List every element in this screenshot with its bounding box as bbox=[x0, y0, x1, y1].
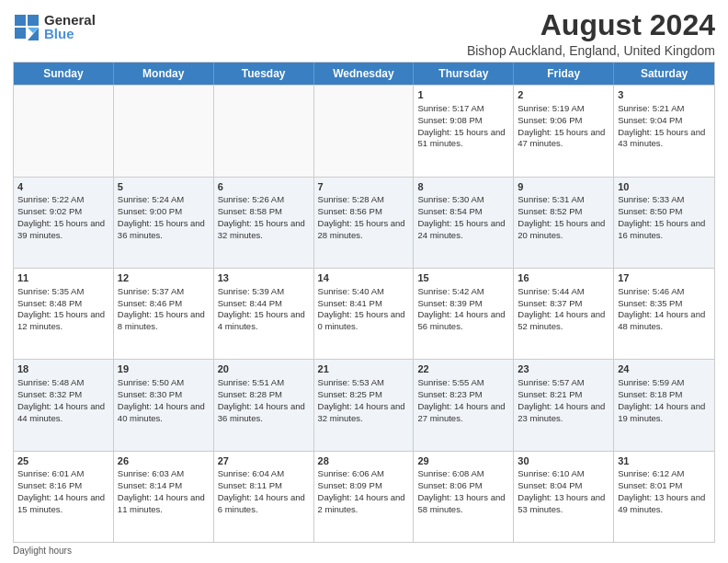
header-cell-tuesday: Tuesday bbox=[214, 63, 314, 85]
title-block: August 2024 Bishop Auckland, England, Un… bbox=[467, 9, 715, 58]
day-number: 9 bbox=[518, 180, 609, 194]
sunrise-text: Sunrise: 6:03 AM bbox=[118, 468, 210, 480]
daylight-text: Daylight: 15 hours and 39 minutes. bbox=[17, 218, 109, 242]
daylight-text: Daylight: 14 hours and 11 minutes. bbox=[118, 492, 210, 516]
day-cell-29: 29Sunrise: 6:08 AMSunset: 8:06 PMDayligh… bbox=[414, 452, 514, 542]
daylight-text: Daylight: 15 hours and 12 minutes. bbox=[17, 309, 109, 333]
sunset-text: Sunset: 8:23 PM bbox=[417, 389, 509, 401]
subtitle: Bishop Auckland, England, United Kingdom bbox=[467, 43, 715, 58]
day-cell-20: 20Sunrise: 5:51 AMSunset: 8:28 PMDayligh… bbox=[214, 360, 314, 450]
sunrise-text: Sunrise: 5:53 AM bbox=[318, 377, 410, 389]
day-number: 2 bbox=[518, 88, 609, 102]
logo-text: General Blue bbox=[44, 13, 96, 40]
daylight-text: Daylight: 15 hours and 16 minutes. bbox=[618, 218, 711, 242]
daylight-text: Daylight: 15 hours and 32 minutes. bbox=[218, 218, 310, 242]
day-cell-18: 18Sunrise: 5:48 AMSunset: 8:32 PMDayligh… bbox=[14, 360, 114, 450]
sunrise-text: Sunrise: 5:37 AM bbox=[118, 286, 210, 298]
day-cell-4: 4Sunrise: 5:22 AMSunset: 9:02 PMDaylight… bbox=[14, 178, 114, 268]
sunset-text: Sunset: 8:35 PM bbox=[618, 298, 711, 310]
day-cell-21: 21Sunrise: 5:53 AMSunset: 8:25 PMDayligh… bbox=[314, 360, 415, 450]
daylight-text: Daylight: 15 hours and 4 minutes. bbox=[218, 309, 310, 333]
day-number: 17 bbox=[618, 271, 711, 285]
sunrise-text: Sunrise: 5:21 AM bbox=[618, 103, 711, 115]
sunrise-text: Sunrise: 6:04 AM bbox=[218, 468, 310, 480]
daylight-text: Daylight: 15 hours and 36 minutes. bbox=[118, 218, 210, 242]
day-cell-19: 19Sunrise: 5:50 AMSunset: 8:30 PMDayligh… bbox=[114, 360, 214, 450]
day-number: 15 bbox=[417, 271, 509, 285]
day-cell-7: 7Sunrise: 5:28 AMSunset: 8:56 PMDaylight… bbox=[314, 178, 415, 268]
day-cell-31: 31Sunrise: 6:12 AMSunset: 8:01 PMDayligh… bbox=[614, 452, 714, 542]
daylight-text: Daylight: 14 hours and 19 minutes. bbox=[618, 401, 711, 425]
daylight-text: Daylight: 14 hours and 56 minutes. bbox=[417, 309, 509, 333]
day-cell-30: 30Sunrise: 6:10 AMSunset: 8:04 PMDayligh… bbox=[514, 452, 614, 542]
day-number: 5 bbox=[118, 180, 210, 194]
sunset-text: Sunset: 8:30 PM bbox=[118, 389, 210, 401]
day-cell-9: 9Sunrise: 5:31 AMSunset: 8:52 PMDaylight… bbox=[514, 178, 614, 268]
sunset-text: Sunset: 9:02 PM bbox=[17, 206, 109, 218]
sunrise-text: Sunrise: 5:42 AM bbox=[417, 286, 509, 298]
daylight-text: Daylight: 14 hours and 44 minutes. bbox=[17, 401, 109, 425]
main-title: August 2024 bbox=[467, 9, 715, 41]
sunrise-text: Sunrise: 6:08 AM bbox=[417, 468, 509, 480]
day-cell-10: 10Sunrise: 5:33 AMSunset: 8:50 PMDayligh… bbox=[614, 178, 714, 268]
sunset-text: Sunset: 8:56 PM bbox=[318, 206, 410, 218]
sunset-text: Sunset: 8:44 PM bbox=[218, 298, 310, 310]
day-number: 3 bbox=[618, 88, 711, 102]
empty-cell bbox=[114, 86, 214, 176]
sunset-text: Sunset: 8:21 PM bbox=[518, 389, 609, 401]
day-cell-13: 13Sunrise: 5:39 AMSunset: 8:44 PMDayligh… bbox=[214, 269, 314, 359]
daylight-text: Daylight: 14 hours and 40 minutes. bbox=[118, 401, 210, 425]
svg-rect-2 bbox=[15, 28, 26, 39]
sunset-text: Sunset: 8:41 PM bbox=[318, 298, 410, 310]
day-number: 18 bbox=[17, 362, 109, 376]
day-cell-6: 6Sunrise: 5:26 AMSunset: 8:58 PMDaylight… bbox=[214, 178, 314, 268]
sunset-text: Sunset: 9:04 PM bbox=[618, 115, 711, 127]
daylight-text: Daylight: 15 hours and 51 minutes. bbox=[417, 127, 509, 151]
sunrise-text: Sunrise: 5:33 AM bbox=[618, 194, 711, 206]
daylight-text: Daylight: 14 hours and 23 minutes. bbox=[518, 401, 609, 425]
day-cell-16: 16Sunrise: 5:44 AMSunset: 8:37 PMDayligh… bbox=[514, 269, 614, 359]
sunrise-text: Sunrise: 5:17 AM bbox=[417, 103, 509, 115]
sunset-text: Sunset: 8:54 PM bbox=[417, 206, 509, 218]
sunset-text: Sunset: 8:52 PM bbox=[518, 206, 609, 218]
sunset-text: Sunset: 8:04 PM bbox=[518, 480, 609, 492]
logo: General Blue bbox=[13, 13, 96, 40]
sunrise-text: Sunrise: 5:19 AM bbox=[518, 103, 609, 115]
sunset-text: Sunset: 8:39 PM bbox=[417, 298, 509, 310]
calendar-body: 1Sunrise: 5:17 AMSunset: 9:08 PMDaylight… bbox=[14, 85, 714, 542]
daylight-text: Daylight: 15 hours and 28 minutes. bbox=[318, 218, 410, 242]
day-number: 27 bbox=[218, 454, 310, 468]
day-cell-22: 22Sunrise: 5:55 AMSunset: 8:23 PMDayligh… bbox=[414, 360, 514, 450]
sunset-text: Sunset: 8:48 PM bbox=[17, 298, 109, 310]
daylight-text: Daylight: 15 hours and 20 minutes. bbox=[518, 218, 609, 242]
sunset-text: Sunset: 9:08 PM bbox=[417, 115, 509, 127]
calendar-row: 4Sunrise: 5:22 AMSunset: 9:02 PMDaylight… bbox=[14, 177, 714, 268]
day-number: 20 bbox=[218, 362, 310, 376]
day-number: 28 bbox=[318, 454, 410, 468]
sunset-text: Sunset: 8:01 PM bbox=[618, 480, 711, 492]
daylight-text: Daylight: 14 hours and 6 minutes. bbox=[218, 492, 310, 516]
calendar-row: 1Sunrise: 5:17 AMSunset: 9:08 PMDaylight… bbox=[14, 85, 714, 176]
daylight-text: Daylight: 14 hours and 2 minutes. bbox=[318, 492, 410, 516]
daylight-text: Daylight: 13 hours and 53 minutes. bbox=[518, 492, 609, 516]
sunset-text: Sunset: 9:06 PM bbox=[518, 115, 609, 127]
daylight-hours-label: Daylight hours bbox=[13, 546, 72, 556]
daylight-text: Daylight: 13 hours and 58 minutes. bbox=[417, 492, 509, 516]
day-number: 1 bbox=[417, 88, 509, 102]
sunset-text: Sunset: 8:50 PM bbox=[618, 206, 711, 218]
empty-cell bbox=[14, 86, 114, 176]
header-cell-monday: Monday bbox=[114, 63, 214, 85]
day-cell-14: 14Sunrise: 5:40 AMSunset: 8:41 PMDayligh… bbox=[314, 269, 415, 359]
logo-general: General bbox=[44, 13, 96, 27]
header-cell-thursday: Thursday bbox=[414, 63, 514, 85]
day-number: 8 bbox=[417, 180, 509, 194]
sunset-text: Sunset: 8:28 PM bbox=[218, 389, 310, 401]
daylight-text: Daylight: 14 hours and 48 minutes. bbox=[618, 309, 711, 333]
day-number: 26 bbox=[118, 454, 210, 468]
day-number: 4 bbox=[17, 180, 109, 194]
daylight-text: Daylight: 14 hours and 15 minutes. bbox=[17, 492, 109, 516]
sunrise-text: Sunrise: 5:44 AM bbox=[518, 286, 609, 298]
day-number: 19 bbox=[118, 362, 210, 376]
daylight-text: Daylight: 14 hours and 27 minutes. bbox=[417, 401, 509, 425]
day-number: 10 bbox=[618, 180, 711, 194]
